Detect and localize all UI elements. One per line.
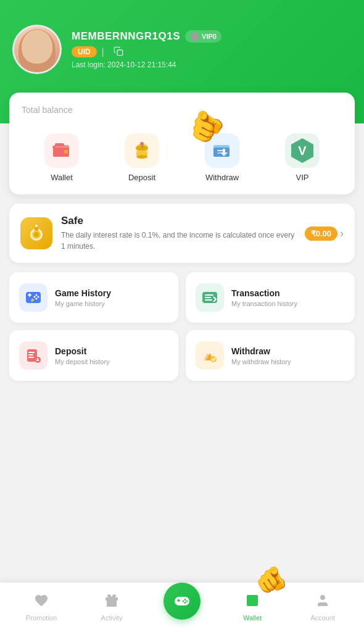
vip-badge: VIP0 [185,30,221,43]
nav-item-promotion[interactable]: Promotion [6,588,77,626]
vip-hex-icon: V [290,138,315,163]
svg-rect-22 [29,293,30,297]
svg-rect-13 [217,150,223,151]
svg-rect-32 [205,299,212,301]
wallet-icon-wrap [44,133,79,168]
game-history-title: Game History [55,288,111,298]
svg-point-25 [34,296,36,298]
vip-level: VIP0 [202,33,217,40]
deposit-history-text: Deposit My deposit history [55,346,110,365]
svg-point-40 [210,356,217,362]
heart-icon [34,593,49,608]
withdraw-history-title: Withdraw [231,346,291,356]
action-vip[interactable]: V VIP [285,133,320,182]
nav-wallet-label: Wallet [243,614,262,622]
vip-icon-wrap: V [285,133,320,168]
avatar[interactable] [12,25,62,74]
action-deposit-label: Deposit [128,173,155,182]
shield-icon [190,31,200,41]
transaction-subtitle: My transaction history [231,300,297,307]
svg-point-48 [255,600,256,601]
uid-divider: | [102,47,104,57]
svg-point-45 [186,601,188,602]
withdraw-history-text: Withdraw My withdraw history [231,346,291,365]
svg-point-10 [140,142,144,146]
account-icon [315,593,330,612]
svg-point-23 [36,294,38,296]
safe-content: Safe The daily interest rate is 0.1%, an… [61,215,296,252]
nav-wallet-icon [245,593,260,612]
game-icon-svg: $ [25,289,42,306]
safe-inner-icon [27,223,46,243]
username: MEMBERNNGR1Q1S [72,30,180,43]
svg-point-44 [184,599,186,601]
svg-rect-30 [205,294,213,296]
balance-card: Total balance 🫵 Wallet [9,93,355,194]
svg-point-26 [36,298,38,300]
svg-point-24 [38,296,39,298]
svg-rect-4 [55,143,64,146]
nav-game-button[interactable] [163,583,201,620]
safe-icon [20,217,52,249]
withdraw-icon [212,140,233,161]
svg-rect-39 [36,360,39,361]
svg-rect-0 [117,50,123,56]
action-vip-label: VIP [296,173,309,182]
grid-menu: $ Game History My game history Transacti… [9,272,355,381]
transaction-icon-svg [201,289,218,306]
game-history-text: Game History My game history [55,288,111,307]
withdraw-history-icon-svg [201,347,218,364]
grid-item-deposit[interactable]: Deposit My deposit history [9,330,178,381]
nav-item-activity[interactable]: Activity [77,588,147,626]
svg-point-47 [184,602,186,604]
safe-arrow-icon: › [340,227,344,240]
svg-rect-5 [52,146,56,148]
withdraw-history-icon [196,341,224,370]
action-wallet[interactable]: Wallet [44,133,79,182]
grid-item-game-history[interactable]: $ Game History My game history [9,272,178,323]
safe-amount[interactable]: ₹0.00 › [305,227,344,241]
grid-item-withdraw-history[interactable]: Withdraw My withdraw history [186,330,355,381]
balance-label: Total balance [22,105,342,115]
grid-item-transaction[interactable]: Transaction My transaction history [186,272,355,323]
bottom-nav: Promotion Activity [0,583,364,632]
safe-title: Safe [61,215,296,227]
nav-wallet-svg [245,593,260,608]
nav-item-account[interactable]: Account [287,588,358,626]
copy-icon[interactable] [114,46,123,58]
deposit-history-title: Deposit [55,346,110,356]
user-icon [315,593,330,608]
activity-icon [104,593,119,612]
action-withdraw[interactable]: Withdraw [205,133,239,182]
svg-point-17 [34,232,39,237]
transaction-icon [196,283,224,312]
svg-rect-12 [213,148,230,157]
svg-point-49 [320,595,325,600]
promotion-icon [34,593,49,612]
action-withdraw-label: Withdraw [205,173,239,182]
wallet-icon [51,140,72,161]
svg-rect-34 [28,352,35,353]
uid-label: UID [72,46,97,57]
svg-point-19 [35,225,38,227]
gift-icon [104,593,119,608]
user-info: MEMBERNNGR1Q1S VIP0 UID | [72,30,352,69]
last-login: Last login: 2024-10-12 21:15:44 [72,60,352,69]
svg-rect-36 [28,357,34,358]
hand-pointer-bottom: 🫵 [254,562,291,597]
action-icons: 🫵 Wallet [22,127,342,182]
safe-card[interactable]: Safe The daily interest rate is 0.1%, an… [9,204,355,263]
transaction-text: Transaction My transaction history [231,288,297,307]
withdraw-icon-wrap [205,133,239,168]
action-deposit[interactable]: Deposit [125,133,159,182]
svg-point-9 [136,155,147,159]
nav-activity-label: Activity [101,614,123,622]
game-history-icon: $ [19,283,48,312]
action-wallet-label: Wallet [51,173,73,182]
nav-promotion-label: Promotion [26,614,57,622]
nav-item-wallet[interactable]: Wallet 🫵 [217,588,287,626]
svg-rect-35 [28,354,33,356]
withdraw-history-subtitle: My withdraw history [231,358,291,365]
svg-point-3 [64,150,68,154]
deposit-history-icon [19,341,48,370]
